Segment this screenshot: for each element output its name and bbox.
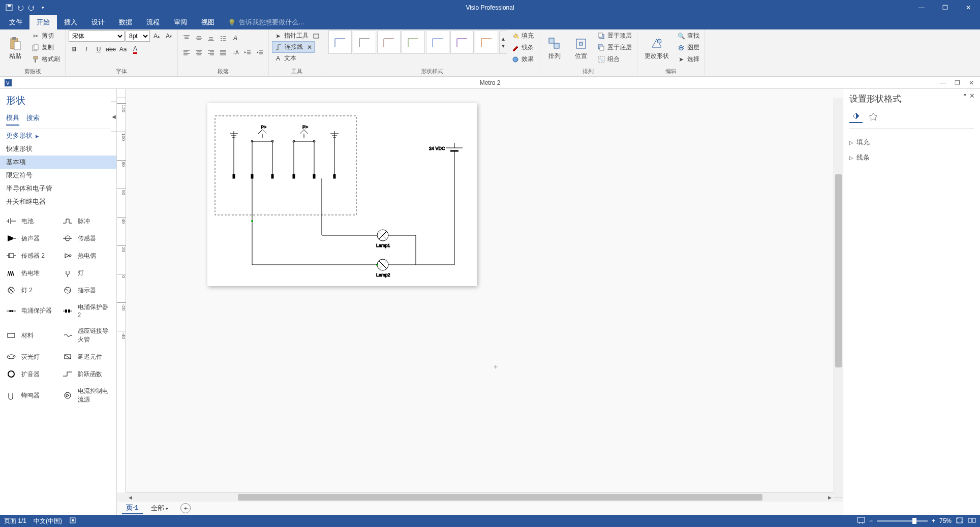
horizontal-scrollbar[interactable]: ▶ [238,492,834,502]
page-tab-all[interactable]: 全部 ▾ [147,503,173,514]
align-top-button[interactable] [181,33,192,44]
vertical-scrollbar[interactable] [834,98,843,492]
gallery-more-button[interactable]: ▴▾ [499,30,507,54]
add-page-button[interactable]: ＋ [180,503,191,513]
style-thumb-6[interactable] [450,30,474,54]
text-tool-button[interactable]: A文本 [272,53,298,64]
tool-close-button[interactable]: ✕ [305,42,314,52]
bold-button[interactable]: B [69,44,80,55]
align-right-button[interactable] [205,47,217,58]
qat-customize[interactable]: ▾ [38,3,48,13]
shape-item[interactable]: 延迟元件 [58,348,115,365]
font-family-combo[interactable]: 宋体 [69,30,125,42]
qat-save[interactable] [4,3,14,13]
pane-close-button[interactable]: ✕ [969,92,975,100]
vertical-scroll-thumb[interactable] [835,174,842,367]
effects-tab-icon[interactable] [867,110,880,123]
tab-review[interactable]: 审阅 [167,15,194,29]
shapes-section[interactable]: 基本项 [0,156,116,169]
shapes-section[interactable]: 限定符号 [0,169,116,182]
shapes-tab-search[interactable]: 搜索 [26,113,40,126]
line-group-toggle[interactable]: ▷线条 [849,150,974,165]
shrink-font-button[interactable]: A▾ [163,30,174,42]
increase-indent-button[interactable] [254,47,265,58]
select-button[interactable]: ➤选择 [675,54,701,65]
shape-item[interactable]: 扩音器 [2,365,58,383]
font-size-combo[interactable]: 8pt [126,30,150,42]
status-language[interactable]: 中文(中国) [34,517,62,525]
fill-line-tab-icon[interactable] [849,110,863,123]
shape-item[interactable]: 电流控制电流源 [58,383,115,408]
subwindow-maximize[interactable]: ❐ [951,78,964,88]
status-page[interactable]: 页面 1/1 [4,517,26,525]
shape-item[interactable]: 传感器 [58,230,115,247]
cut-button[interactable]: ✂剪切 [29,30,62,41]
window-minimize[interactable]: — [910,0,933,15]
group-button[interactable]: 组合 [595,54,634,65]
layers-button[interactable]: 图层 [675,42,701,53]
shapes-section[interactable]: 半导体和电子管 [0,182,116,195]
canvas-viewport[interactable]: P> P> [126,98,834,492]
style-thumb-2[interactable] [353,30,376,54]
shape-item[interactable]: 传感器 2 [2,247,58,264]
qat-redo[interactable] [26,3,37,13]
paste-button[interactable]: 粘贴 [3,30,27,65]
copy-button[interactable]: 复制 [29,42,62,53]
decrease-indent-button[interactable] [242,47,253,58]
shapes-section[interactable]: 开关和继电器 [0,195,116,208]
zoom-out-button[interactable]: − [869,517,873,524]
zoom-level[interactable]: 75% [939,517,952,524]
shape-item[interactable]: 灯 2 [2,282,58,299]
shape-item[interactable]: 扬声器 [2,230,58,247]
horizontal-scrollbar-left[interactable]: ◀ [126,492,238,502]
rotate-text-button[interactable]: ↕A [230,47,241,58]
style-thumb-3[interactable] [377,30,401,54]
shape-style-gallery[interactable]: ▴▾ [328,30,507,54]
window-maximize[interactable]: ❐ [933,0,957,15]
zoom-in-button[interactable]: + [932,517,935,524]
zoom-slider[interactable] [877,520,928,522]
qat-undo[interactable] [15,3,25,13]
tab-view[interactable]: 视图 [194,15,222,29]
shape-item[interactable]: 感应链接导火管 [58,323,115,348]
bullets-button[interactable] [218,33,229,44]
shapes-collapse-button[interactable]: ◀ [111,101,117,132]
clear-format-button[interactable]: A [230,33,241,44]
drawing-page[interactable]: P> P> [207,103,477,286]
case-button[interactable]: Aa [117,44,129,55]
fill-button[interactable]: 填充 [509,30,536,41]
tab-data[interactable]: 数据 [112,15,139,29]
tab-process[interactable]: 流程 [139,15,167,29]
effects-button[interactable]: 效果 [509,54,536,65]
bring-front-button[interactable]: 置于顶层 [595,30,634,41]
tell-me-search[interactable]: 💡 告诉我您想要做什么… [228,18,305,27]
align-bottom-button[interactable] [205,33,217,44]
fit-page-button[interactable] [956,517,964,525]
position-button[interactable]: 位置 [569,30,593,65]
tab-home[interactable]: 开始 [29,15,57,29]
shapes-section[interactable]: 快速形状 [0,142,116,156]
strikethrough-button[interactable]: abc [105,44,116,55]
style-thumb-5[interactable] [426,30,449,54]
pane-dropdown-button[interactable]: ▾ [964,92,966,100]
shape-item[interactable]: 荧光灯 [2,348,58,365]
underline-button[interactable]: U [93,44,104,55]
zoom-slider-thumb[interactable] [912,518,916,524]
tab-design[interactable]: 设计 [84,15,112,29]
style-thumb-7[interactable] [475,30,498,54]
presentation-mode-button[interactable] [857,517,865,525]
italic-button[interactable]: I [81,44,92,55]
arrange-button[interactable]: 排列 [542,30,567,65]
fit-width-button[interactable] [968,517,976,525]
vertical-ruler[interactable]: 120100806040200-20-40 [117,98,126,492]
line-button[interactable]: 线条 [509,42,536,53]
shape-item[interactable]: 材料 [2,323,58,348]
window-close[interactable]: ✕ [957,0,980,15]
find-button[interactable]: 🔍查找 [675,30,701,41]
tab-insert[interactable]: 插入 [57,15,84,29]
send-back-button[interactable]: 置于底层 [595,42,634,53]
shape-item[interactable]: 电涌保护器 [2,299,58,323]
shape-item[interactable]: 热电偶 [58,247,115,264]
shapes-tab-stencils[interactable]: 模具 [6,113,19,126]
horizontal-scroll-thumb[interactable] [238,494,762,501]
